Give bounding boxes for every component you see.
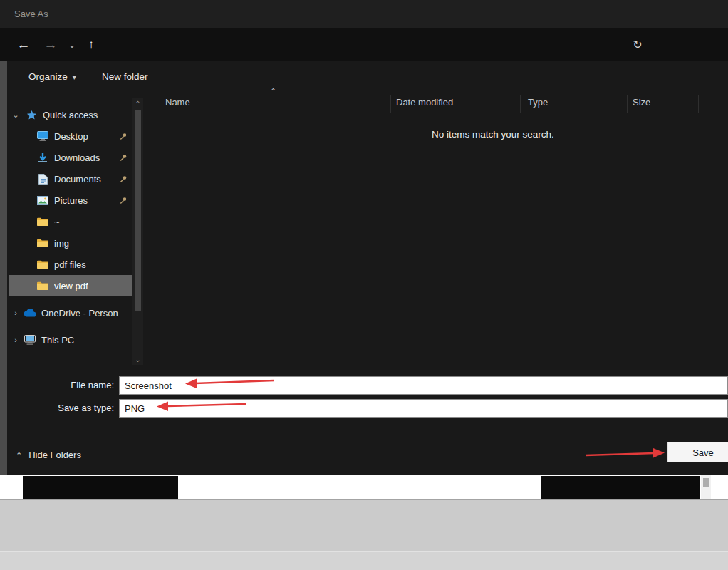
pin-icon [120, 154, 128, 162]
pictures-icon [36, 196, 50, 205]
scroll-down-icon[interactable]: ⌄ [132, 356, 143, 363]
hide-folders-label: Hide Folders [28, 450, 81, 460]
background-dark-block [23, 476, 178, 499]
navigation-toolbar: ← → ⌄ ↑ › This PC › Desktop › screenshot… [0, 28, 728, 61]
column-header-name[interactable]: Name [165, 97, 190, 108]
background-window-statusbar [0, 551, 728, 570]
navigation-pane: ⌄ Quick access Desktop Downloads [9, 104, 132, 353]
scrollbar-thumb[interactable] [135, 110, 141, 311]
sidebar-item-this-pc[interactable]: › This PC [9, 326, 132, 353]
sidebar-item-label: OneDrive - Person [41, 308, 118, 318]
chevron-down-icon[interactable]: ⌄ [9, 110, 23, 120]
background-scrollbar-thumb [703, 478, 709, 487]
sidebar-item-home-folder[interactable]: ~ [9, 211, 132, 232]
refresh-icon[interactable]: ↻ [627, 28, 648, 61]
sidebar-item-label: Downloads [54, 152, 100, 163]
this-pc-icon [23, 335, 37, 345]
sort-ascending-icon: ⌃ [270, 87, 276, 96]
organize-label: Organize [28, 71, 68, 82]
sidebar-item-img[interactable]: img [9, 232, 132, 254]
save-as-type-label: Save as type: [0, 403, 114, 413]
documents-icon [36, 174, 50, 185]
back-icon[interactable]: ← [13, 28, 34, 61]
pin-icon [120, 197, 128, 204]
sidebar-item-quick-access[interactable]: ⌄ Quick access [9, 104, 132, 125]
chevron-right-icon[interactable]: › [9, 336, 23, 344]
chevron-up-icon: ⌃ [16, 451, 22, 460]
sidebar-item-label: This PC [41, 335, 74, 346]
background-dark-block [541, 476, 700, 499]
save-as-dialog: Save As ← → ⌄ ↑ › This PC › Desktop › sc… [0, 0, 728, 475]
save-button[interactable]: Save [667, 442, 728, 462]
sidebar-item-label: view pdf [54, 281, 88, 291]
background-scrollbar [701, 475, 711, 499]
caret-down-icon: ▾ [73, 73, 76, 81]
empty-list-message: No items match your search. [432, 129, 554, 140]
up-icon[interactable]: ↑ [81, 28, 101, 61]
save-as-type-select[interactable] [119, 399, 728, 418]
sidebar-item-label: img [54, 238, 69, 249]
downloads-icon [36, 152, 50, 162]
scroll-up-icon[interactable]: ⌃ [132, 100, 143, 108]
command-bar: Organize▾ New folder [0, 61, 728, 93]
sidebar-item-pdf-files[interactable]: pdf files [9, 254, 132, 275]
onedrive-cloud-icon [23, 309, 37, 317]
organize-button[interactable]: Organize▾ [28, 61, 76, 93]
sidebar-item-label: Quick access [43, 110, 98, 120]
sidebar-item-label: Pictures [54, 195, 88, 206]
hide-folders-button[interactable]: ⌃Hide Folders [16, 446, 81, 465]
title-bar: Save As [0, 0, 728, 28]
sidebar-scrollbar[interactable]: ⌃ ⌄ [132, 98, 143, 365]
folder-icon [36, 239, 50, 248]
column-divider [390, 95, 391, 113]
sidebar-item-view-pdf[interactable]: view pdf [9, 275, 132, 296]
folder-icon [36, 281, 50, 291]
pin-icon [120, 133, 128, 140]
new-folder-button[interactable]: New folder [102, 61, 148, 93]
folder-icon [36, 260, 50, 269]
column-divider [698, 95, 699, 113]
window-title: Save As [14, 0, 48, 28]
sidebar-item-documents[interactable]: Documents [9, 168, 132, 190]
forward-icon[interactable]: → [40, 28, 61, 61]
recent-locations-chevron-icon[interactable]: ⌄ [64, 28, 80, 61]
column-header-date-modified[interactable]: Date modified [396, 97, 453, 108]
desktop-icon [36, 131, 50, 141]
sidebar-item-label: ~ [54, 217, 60, 227]
sidebar-item-label: Documents [54, 174, 101, 185]
file-name-input[interactable] [119, 376, 728, 395]
file-name-label: File name: [0, 380, 114, 390]
folder-icon [36, 217, 50, 227]
column-header-type[interactable]: Type [528, 97, 548, 108]
sidebar-item-downloads[interactable]: Downloads [9, 147, 132, 168]
chevron-right-icon[interactable]: › [9, 309, 23, 317]
sidebar-item-desktop[interactable]: Desktop [9, 125, 132, 147]
column-header-size[interactable]: Size [633, 97, 650, 108]
annotation-arrow-save-button [584, 445, 666, 461]
quick-access-star-icon [24, 110, 38, 120]
sidebar-item-label: pdf files [54, 259, 86, 270]
sidebar-item-pictures[interactable]: Pictures [9, 190, 132, 211]
pin-icon [120, 175, 128, 183]
sidebar-item-label: Desktop [54, 131, 88, 142]
column-divider [627, 95, 628, 113]
sidebar-item-onedrive[interactable]: › OneDrive - Person [9, 299, 132, 326]
column-divider [520, 95, 521, 113]
